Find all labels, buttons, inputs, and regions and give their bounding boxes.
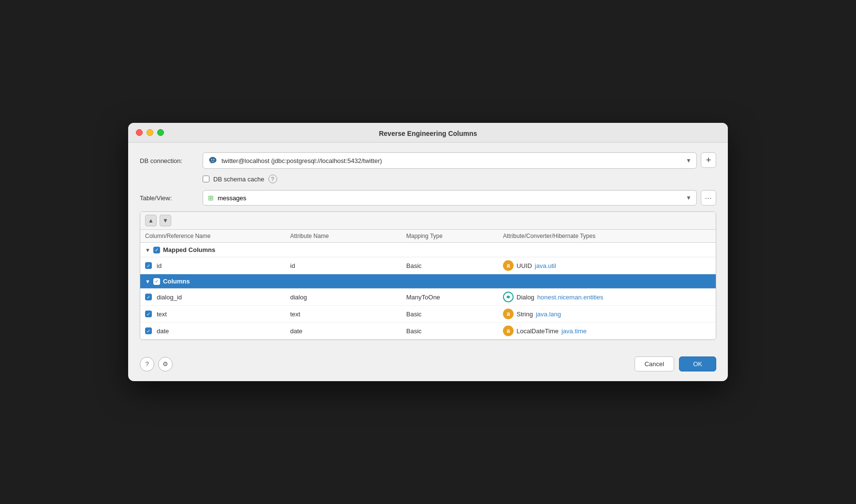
columns-group-row[interactable]: ▼ Columns (140, 274, 716, 289)
row-col-name-text: text (145, 311, 290, 318)
columns-group-left: ▼ Columns (145, 278, 190, 285)
row-attr-name-id: id (290, 262, 406, 269)
svg-point-1 (213, 159, 214, 160)
row-id-col-value: id (157, 262, 162, 269)
row-types-id: a UUID java.util (503, 260, 711, 271)
row-types-text: a String java.lang (503, 309, 711, 319)
row-col-name-dialog: dialog_id (145, 294, 290, 301)
footer: ? ⚙ Cancel OK (128, 350, 728, 381)
row-types-date: a LocalDateTime java.time (503, 326, 711, 336)
schema-cache-checkbox[interactable] (203, 176, 209, 182)
cancel-button[interactable]: Cancel (635, 356, 674, 371)
row-mapping-id: Basic (406, 262, 503, 269)
mapped-columns-chevron[interactable]: ▼ (145, 247, 150, 253)
columns-group-name: Columns (163, 278, 190, 285)
close-button[interactable] (136, 129, 143, 136)
mapped-columns-group-name: Mapped Columns (163, 246, 215, 253)
mapped-columns-group-left: ▼ Mapped Columns (145, 246, 215, 253)
table-select-wrapper: ⊞ messages ▼ ··· (203, 190, 716, 206)
table-view-label: Table/View: (140, 194, 203, 202)
move-down-button[interactable]: ▼ (160, 215, 171, 226)
table-view-arrow: ▼ (686, 194, 692, 201)
row-text-checkbox[interactable] (145, 311, 152, 317)
table-view-more-button[interactable]: ··· (701, 190, 716, 206)
table-row: id id Basic a UUID java.util (140, 257, 716, 274)
traffic-lights (136, 129, 164, 136)
columns-chevron[interactable]: ▼ (145, 279, 150, 284)
minimize-button[interactable] (147, 129, 153, 136)
table-row: dialog_id dialog ManyToOne Dialog (140, 289, 716, 306)
schema-cache-label: DB schema cache (213, 176, 265, 183)
row-id-checkbox[interactable] (145, 262, 152, 269)
title-bar: Reverse Engineering Columns (128, 123, 728, 143)
settings-button[interactable]: ⚙ (158, 357, 173, 371)
row-col-name-date: date (145, 327, 290, 335)
row-mapping-dialog: ManyToOne (406, 294, 503, 301)
schema-cache-row: DB schema cache ? (203, 175, 716, 183)
table-row: date date Basic a LocalDateTime java.tim… (140, 323, 716, 340)
help-button[interactable]: ? (140, 357, 154, 371)
col-header-types: Attribute/Converter/Hibernate Types (503, 233, 711, 239)
type-icon-dialog (503, 292, 514, 302)
mapped-columns-group-checkbox[interactable] (153, 247, 160, 253)
row-date-checkbox[interactable] (145, 327, 152, 334)
type-badge-date: a (503, 326, 514, 336)
row-attr-name-text: text (290, 311, 406, 318)
window-title: Reverse Engineering Columns (379, 130, 477, 137)
col-header-mapping: Mapping Type (406, 233, 503, 239)
row-mapping-text: Basic (406, 311, 503, 318)
type-badge-text: a (503, 309, 514, 319)
col-header-name: Column/Reference Name (145, 233, 290, 239)
add-connection-button[interactable]: + (701, 152, 716, 168)
main-window: Reverse Engineering Columns DB connectio… (128, 123, 728, 381)
footer-left: ? ⚙ (140, 357, 173, 371)
row-dialog-checkbox[interactable] (145, 294, 152, 300)
ok-button[interactable]: OK (679, 356, 716, 371)
row-attr-name-date: date (290, 327, 406, 335)
db-connection-wrapper: twitter@localhost (jdbc:postgresql://loc… (203, 152, 716, 169)
schema-cache-help-icon[interactable]: ? (268, 175, 277, 183)
columns-panel: ▲ ▼ Column/Reference Name Attribute Name… (140, 211, 716, 340)
db-connection-label: DB connection: (140, 157, 203, 164)
move-up-button[interactable]: ▲ (145, 215, 157, 226)
footer-right: Cancel OK (635, 356, 716, 371)
column-headers: Column/Reference Name Attribute Name Map… (140, 230, 716, 243)
col-header-attr: Attribute Name (290, 233, 406, 239)
svg-point-0 (211, 159, 212, 160)
row-col-name-id: id (145, 262, 290, 269)
table-row: text text Basic a String java.lang (140, 306, 716, 323)
row-mapping-date: Basic (406, 327, 503, 335)
db-connection-value: twitter@localhost (jdbc:postgresql://loc… (221, 157, 682, 164)
db-connection-arrow: ▼ (686, 157, 692, 164)
columns-group-checkbox[interactable] (153, 278, 160, 285)
type-badge-id: a (503, 260, 514, 271)
table-view-row: Table/View: ⊞ messages ▼ ··· (140, 190, 716, 206)
row-types-dialog: Dialog honest.niceman.entities (503, 292, 711, 302)
content-area: DB connection: twitter@localhost (jdbc:p… (128, 143, 728, 350)
db-connection-row: DB connection: twitter@localhost (jdbc:p… (140, 152, 716, 169)
table-view-select[interactable]: ⊞ messages ▼ (203, 190, 697, 206)
row-attr-name-dialog: dialog (290, 294, 406, 301)
db-connection-select[interactable]: twitter@localhost (jdbc:postgresql://loc… (203, 152, 697, 169)
panel-toolbar: ▲ ▼ (140, 212, 716, 230)
mapped-columns-group-row[interactable]: ▼ Mapped Columns (140, 243, 716, 257)
table-icon: ⊞ (208, 194, 214, 202)
maximize-button[interactable] (157, 129, 164, 136)
postgres-icon (208, 156, 218, 165)
table-view-value: messages (218, 194, 246, 202)
